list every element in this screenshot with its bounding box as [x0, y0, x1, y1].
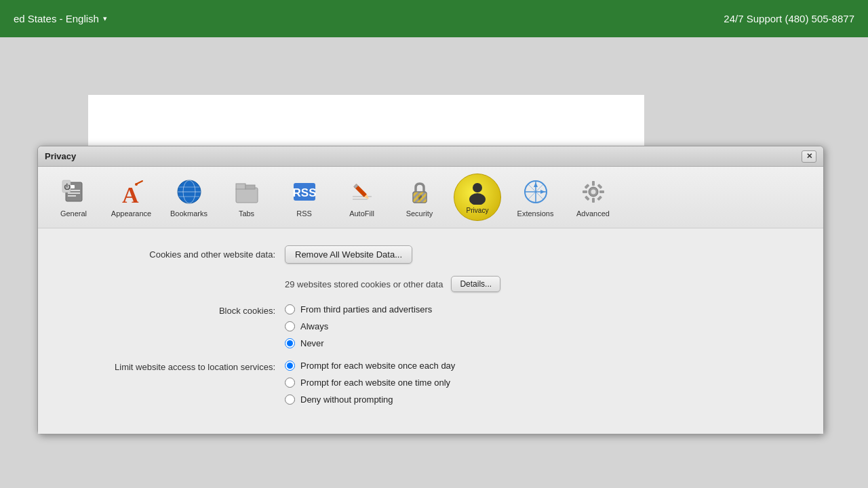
- rss-icon: RSS: [291, 176, 318, 207]
- svg-rect-43: [583, 190, 587, 193]
- autofill-icon: [349, 176, 376, 207]
- websites-info-text: 29 websites stored cookies or other data: [285, 279, 443, 289]
- svg-rect-46: [597, 184, 602, 189]
- svg-rect-41: [592, 181, 595, 186]
- block-cookies-label: Block cookies:: [65, 304, 275, 316]
- websites-info-row: 29 websites stored cookies or other data…: [65, 276, 796, 292]
- svg-text:RSS: RSS: [292, 186, 316, 199]
- toolbar-item-security[interactable]: Security: [391, 172, 448, 222]
- location-prompt-once[interactable]: Prompt for each website one time only: [285, 378, 796, 388]
- advanced-icon: [580, 176, 607, 207]
- general-icon: ⏻: [60, 176, 87, 207]
- remove-all-button[interactable]: Remove All Website Data...: [285, 245, 412, 264]
- prompt-once-label[interactable]: Prompt for each website one time only: [300, 378, 450, 388]
- advanced-label: Advanced: [576, 209, 610, 218]
- close-button[interactable]: ✕: [802, 150, 816, 163]
- svg-rect-21: [353, 199, 368, 200]
- toolbar-item-tabs[interactable]: Tabs: [218, 172, 275, 222]
- svg-rect-42: [592, 198, 595, 203]
- toolbar-item-general[interactable]: ⏻ General: [45, 172, 102, 222]
- tabs-icon: [233, 176, 260, 207]
- location-deny[interactable]: Deny without prompting: [285, 394, 796, 405]
- region-arrow-icon: ▾: [103, 14, 107, 23]
- rss-label: RSS: [296, 209, 312, 218]
- toolbar-item-bookmarks[interactable]: Bookmarks: [160, 172, 218, 222]
- svg-text:⏻: ⏻: [63, 183, 70, 190]
- radio-always[interactable]: [285, 321, 295, 331]
- svg-text:A: A: [122, 182, 139, 205]
- radio-deny[interactable]: [285, 394, 295, 405]
- svg-rect-28: [413, 192, 427, 203]
- autofill-label: AutoFill: [349, 209, 374, 218]
- toolbar-items: ⏻ General A Appearance: [45, 172, 816, 222]
- tabs-label: Tabs: [239, 209, 254, 218]
- toolbar-item-extensions[interactable]: Extensions: [507, 172, 564, 222]
- details-button[interactable]: Details...: [451, 276, 500, 292]
- svg-rect-20: [353, 196, 372, 197]
- svg-rect-47: [584, 195, 589, 201]
- appearance-icon: A: [118, 176, 145, 207]
- block-cookies-always[interactable]: Always: [285, 321, 796, 331]
- privacy-label: Privacy: [467, 207, 489, 214]
- svg-point-40: [591, 190, 595, 195]
- svg-point-9: [135, 183, 138, 186]
- dialog-title: Privacy: [45, 151, 76, 161]
- content-area: Cookies and other website data: Remove A…: [38, 228, 823, 434]
- close-icon: ✕: [806, 152, 812, 161]
- never-label[interactable]: Never: [300, 338, 324, 348]
- location-row: Limit website access to location service…: [65, 361, 796, 405]
- top-bar: ed States - English ▾ 24/7 Support (480)…: [0, 0, 868, 37]
- block-cookies-never[interactable]: Never: [285, 338, 796, 348]
- radio-prompt-once[interactable]: [285, 378, 295, 388]
- appearance-label: Appearance: [111, 209, 151, 218]
- location-label: Limit website access to location service…: [65, 361, 275, 372]
- extensions-icon: [522, 176, 549, 207]
- svg-point-31: [469, 193, 486, 205]
- security-label: Security: [406, 209, 433, 218]
- svg-marker-37: [534, 182, 538, 187]
- toolbar-item-advanced[interactable]: Advanced: [564, 172, 622, 222]
- svg-rect-48: [597, 195, 602, 201]
- general-label: General: [60, 209, 87, 218]
- bookmarks-label: Bookmarks: [170, 209, 208, 218]
- svg-rect-4: [68, 195, 76, 197]
- prompt-daily-label[interactable]: Prompt for each website once each day: [300, 361, 455, 371]
- extensions-label: Extensions: [517, 209, 554, 218]
- always-label[interactable]: Always: [300, 321, 328, 331]
- radio-third-parties[interactable]: [285, 304, 295, 314]
- block-cookies-options: From third parties and advertisers Alway…: [285, 304, 796, 348]
- cookies-label: Cookies and other website data:: [65, 249, 275, 260]
- svg-rect-44: [599, 190, 604, 193]
- block-cookies-row: Block cookies: From third parties and ad…: [65, 304, 796, 348]
- toolbar-item-privacy[interactable]: Privacy: [448, 172, 507, 222]
- security-icon: [406, 176, 433, 207]
- cookies-row: Cookies and other website data: Remove A…: [65, 245, 796, 264]
- svg-marker-38: [540, 190, 545, 194]
- title-bar: Privacy ✕: [38, 146, 823, 167]
- cookies-control: Remove All Website Data...: [285, 245, 796, 264]
- toolbar-item-rss[interactable]: RSS RSS: [275, 172, 333, 222]
- bookmarks-icon: [176, 176, 203, 207]
- toolbar-item-autofill[interactable]: AutoFill: [333, 172, 391, 222]
- svg-rect-17: [245, 185, 255, 189]
- deny-label[interactable]: Deny without prompting: [300, 394, 393, 405]
- region-selector[interactable]: ed States - English ▾: [14, 13, 107, 24]
- svg-point-30: [473, 183, 482, 192]
- toolbar: ⏻ General A Appearance: [38, 167, 823, 228]
- privacy-icon: [465, 180, 490, 205]
- svg-rect-45: [584, 184, 589, 189]
- location-prompt-daily[interactable]: Prompt for each website once each day: [285, 361, 796, 371]
- toolbar-item-appearance[interactable]: A Appearance: [102, 172, 160, 222]
- privacy-dialog: Privacy ✕ ⏻: [37, 146, 824, 434]
- region-text: ed States - English: [14, 13, 99, 24]
- block-cookies-third-parties[interactable]: From third parties and advertisers: [285, 304, 796, 314]
- svg-rect-16: [236, 184, 245, 189]
- location-options: Prompt for each website once each day Pr…: [285, 361, 796, 405]
- radio-never[interactable]: [285, 338, 295, 348]
- svg-rect-3: [68, 192, 80, 194]
- svg-rect-15: [236, 188, 258, 203]
- third-parties-label[interactable]: From third parties and advertisers: [300, 304, 432, 314]
- privacy-circle: Privacy: [454, 174, 501, 221]
- support-text: 24/7 Support (480) 505-8877: [724, 13, 854, 24]
- radio-prompt-daily[interactable]: [285, 361, 295, 371]
